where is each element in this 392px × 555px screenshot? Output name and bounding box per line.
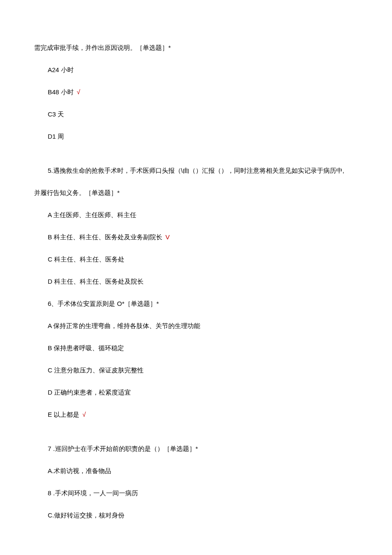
q5-stem-line2: 并履行告知义务。［单选题］* — [34, 188, 358, 198]
q5-option-a: A 主任医师、主任医师、科主任 — [34, 210, 358, 220]
q5-option-c: C 科主任、科主任、医务处 — [34, 254, 358, 264]
q6-option-a: A 保持正常的生理弯曲，维持各肢体、关节的生理功能 — [34, 321, 358, 331]
q5-stem-line1: 5.遇挽救生命的抢救手术时，手术医师口头报（\由（）汇报（），同时注意将相关意见… — [34, 166, 358, 176]
q7-option-c: C.做好转运交接，核对身份 — [34, 510, 358, 520]
q6-option-b: B 保持患者呼吸、循环稳定 — [34, 343, 358, 353]
q6-option-e-text: E 以上都是 — [48, 411, 79, 418]
check-icon: √ — [77, 88, 80, 96]
q5-option-b: B 科主任、科主任、医务处及业务副院长 V — [34, 232, 358, 242]
q6-option-c: C 注意分散压力、保证皮肤完整性 — [34, 365, 358, 375]
q6-option-e: E 以上都是 √ — [34, 410, 358, 420]
q4-option-b-text: B48 小时 — [48, 88, 74, 96]
q4-stem-continuation: 需完成审批手续，并作出原因说明。［单选题］* — [34, 43, 358, 53]
check-icon: V — [165, 233, 170, 241]
check-icon: √ — [82, 411, 86, 418]
q7-option-8: 8 .手术间环境，一人一间一病历 — [34, 488, 358, 498]
q4-option-b: B48 小时 √ — [34, 87, 358, 97]
q6-option-d: D 正确约束患者，松紧度适宜 — [34, 387, 358, 398]
q4-option-c: C3 天 — [34, 109, 358, 119]
q5-option-b-text: B 科主任、科主任、医务处及业务副院长 — [48, 233, 162, 241]
q6-stem: 6、手术体位安置原则是 O*［单选题］* — [34, 299, 358, 309]
q4-option-d: D1 周 — [34, 131, 358, 142]
q7-stem: 7 .巡回护士在手术开始前的职责的是（）［单选题］* — [34, 444, 358, 454]
q5-option-d: D 科主任、科主任、医务处及院长 — [34, 276, 358, 287]
q4-option-a: A24 小时 — [34, 65, 358, 75]
q7-option-a: A.术前访视，准备物品 — [34, 466, 358, 476]
